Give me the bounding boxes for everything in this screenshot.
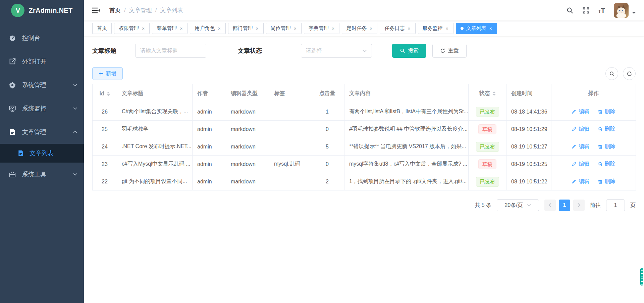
edit-button[interactable]: 编辑	[572, 143, 589, 150]
cell-editor: markdown	[226, 121, 269, 138]
page-size-select[interactable]: 20条/页	[497, 199, 539, 211]
edit-button[interactable]: 编辑	[572, 108, 589, 115]
font-size-icon[interactable]: TT	[598, 7, 605, 14]
chevron-down-icon	[73, 84, 77, 86]
delete-button[interactable]: 删除	[598, 143, 615, 150]
refresh-table-button[interactable]	[623, 67, 636, 80]
reset-button[interactable]: 重置	[432, 44, 467, 58]
caret-down-icon[interactable]	[632, 12, 636, 16]
column-header-status[interactable]: 状态	[469, 84, 506, 103]
sidebar-item-dashboard[interactable]: 控制台	[0, 26, 84, 50]
search-icon	[400, 48, 405, 53]
collapse-sidebar-icon[interactable]	[92, 7, 100, 14]
cell-author: admin	[193, 121, 226, 138]
goto-page-input[interactable]	[606, 199, 625, 211]
tab-task-log[interactable]: 任务日志 ×	[380, 23, 415, 34]
cell-created: 08-19 10:51:29	[506, 121, 551, 138]
cell-editor: markdown	[226, 173, 269, 190]
sidebar-item-label: 文章管理	[22, 128, 73, 136]
close-icon[interactable]: ×	[256, 26, 259, 31]
sort-icon[interactable]	[492, 91, 496, 96]
sidebar-item-system-tools[interactable]: 系统工具	[0, 163, 84, 186]
edit-button[interactable]: 编辑	[572, 126, 589, 133]
delete-button[interactable]: 删除	[598, 108, 615, 115]
tab-permission[interactable]: 权限管理 ×	[114, 23, 150, 34]
close-icon[interactable]: ×	[142, 26, 145, 31]
user-menu[interactable]	[614, 3, 636, 18]
sidebar: V ZrAdmin.NET 控制台 外部打开 系统	[0, 0, 84, 303]
close-icon[interactable]: ×	[331, 26, 335, 31]
close-icon[interactable]: ×	[369, 26, 373, 31]
close-icon[interactable]: ×	[489, 26, 492, 31]
breadcrumb-home[interactable]: 首页	[109, 6, 121, 14]
fullscreen-icon[interactable]	[582, 7, 590, 14]
close-icon[interactable]: ×	[445, 26, 449, 31]
tab-dictionary[interactable]: 字典管理 ×	[304, 23, 339, 34]
table-row: 25 羽毛球教学 admin markdown 0 #羽毛球拍参数说明 ## 中…	[93, 121, 636, 138]
edit-button[interactable]: 编辑	[572, 178, 589, 185]
sidebar-item-article-admin[interactable]: 文章管理	[0, 120, 84, 144]
refresh-icon	[627, 71, 632, 77]
article-title-input[interactable]	[135, 44, 206, 58]
tab-service-monitor[interactable]: 服务监控 ×	[418, 23, 453, 34]
tab-home[interactable]: 首页	[92, 23, 112, 34]
document-icon	[17, 150, 24, 157]
breadcrumb-article-admin[interactable]: 文章管理	[129, 6, 152, 14]
tab-department[interactable]: 部门管理 ×	[228, 23, 264, 34]
cell-status: 已发布	[469, 173, 506, 190]
close-icon[interactable]: ×	[179, 26, 183, 31]
delete-button[interactable]: 删除	[598, 178, 615, 185]
app-title: ZrAdmin.NET	[29, 7, 72, 14]
close-icon[interactable]: ×	[293, 26, 297, 31]
close-icon[interactable]: ×	[217, 26, 221, 31]
breadcrumb-article-list: 文章列表	[160, 6, 183, 14]
delete-button[interactable]: 删除	[598, 161, 615, 168]
delete-icon	[598, 179, 603, 184]
tab-menu-admin[interactable]: 菜单管理 ×	[152, 23, 187, 34]
search-button[interactable]: 搜索	[392, 44, 426, 58]
avatar[interactable]	[614, 3, 629, 18]
sort-icon[interactable]	[107, 92, 110, 96]
page-number-1[interactable]: 1	[559, 200, 570, 211]
status-badge: 草稿	[478, 124, 496, 134]
cell-id: 22	[93, 173, 117, 190]
tab-label: 部门管理	[233, 25, 253, 32]
status-badge: 已发布	[476, 142, 499, 152]
scrollbar-thumb[interactable]	[640, 268, 643, 286]
close-icon[interactable]: ×	[407, 26, 411, 31]
pagination-total: 共 5 条	[475, 202, 491, 209]
column-header-author: 作者	[193, 84, 226, 103]
cell-actions: 编辑 删除	[551, 103, 636, 121]
search-icon[interactable]	[566, 7, 574, 14]
cat-photo	[614, 3, 629, 18]
cell-actions: 编辑 删除	[551, 121, 636, 138]
add-button-label: 新增	[106, 70, 116, 77]
add-button[interactable]: 新增	[92, 67, 123, 80]
tab-user-role[interactable]: 用户角色 ×	[190, 23, 225, 34]
next-page-button[interactable]	[573, 200, 585, 211]
sidebar-item-system-monitor[interactable]: 系统监控	[0, 97, 84, 120]
sidebar-item-article-list[interactable]: 文章列表	[0, 144, 84, 163]
article-status-select[interactable]: 请选择	[301, 44, 372, 58]
sidebar-item-system-admin[interactable]: 系统管理	[0, 73, 84, 97]
chevron-up-icon	[73, 131, 77, 133]
delete-button[interactable]: 删除	[598, 126, 615, 133]
column-header-id[interactable]: id	[93, 84, 117, 103]
app-logo[interactable]: V ZrAdmin.NET	[0, 0, 84, 21]
plus-icon	[99, 71, 103, 76]
sidebar-item-label: 系统监控	[22, 104, 73, 113]
cell-clicks: 0	[310, 121, 344, 138]
status-badge: 已发布	[476, 107, 499, 117]
prev-page-button[interactable]	[544, 200, 556, 211]
sidebar-item-external-open[interactable]: 外部打开	[0, 50, 84, 73]
edit-button[interactable]: 编辑	[572, 161, 589, 168]
tab-article-list[interactable]: 文章列表 ×	[456, 23, 497, 34]
monitor-icon	[9, 105, 16, 112]
show-search-button[interactable]	[605, 67, 618, 80]
tab-post[interactable]: 岗位管理 ×	[266, 23, 302, 34]
column-header-content: 文章内容	[344, 84, 469, 103]
chevron-left-icon	[548, 203, 552, 208]
table-row: 24 .NET Core 发布时提示.NET... admin markdown…	[93, 138, 636, 156]
reset-button-label: 重置	[448, 47, 459, 54]
tab-scheduled-task[interactable]: 定时任务 ×	[342, 23, 377, 34]
